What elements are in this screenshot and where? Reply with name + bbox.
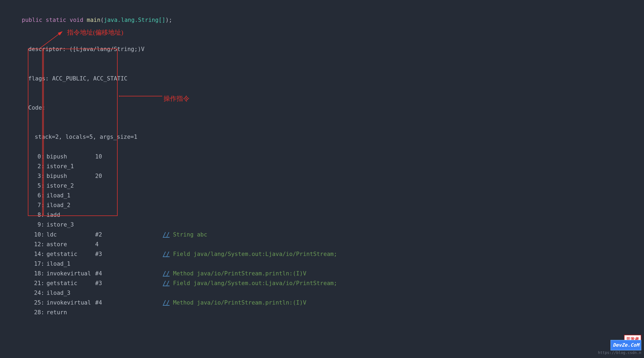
instruction-row: 14:getstatic#3// Field java/lang/System.…: [8, 249, 636, 259]
method-name: main: [87, 17, 101, 23]
offset-value: 7:: [28, 200, 47, 210]
instruction-list: 0:bipush102:istore_13:bipush205:istore_2…: [8, 152, 636, 318]
watermark: https://blog.csdn.n: [598, 349, 641, 356]
argument: 10: [95, 152, 163, 161]
comment: // Method java/io/PrintStream.println:(I…: [163, 269, 306, 278]
offset-value: 8:: [28, 210, 47, 220]
opcode: istore_3: [47, 220, 95, 229]
instruction-row: 28:return: [8, 308, 636, 317]
descriptor-line: descriptor: ([Ljava/lang/String;)V: [8, 35, 636, 64]
instruction-row: 7:iload_2: [8, 200, 636, 210]
offset-value: 18:: [28, 269, 47, 278]
flags-line: flags: ACC_PUBLIC, ACC_STATIC: [8, 64, 636, 93]
argument: #4: [95, 269, 163, 278]
opcode: istore_1: [47, 161, 95, 171]
stack-line: stack=2, locals=5, args_size=1: [8, 122, 636, 151]
argument: 20: [95, 171, 163, 181]
argument: #3: [95, 278, 163, 288]
instruction-row: 0:bipush10: [8, 152, 636, 161]
logo: DevZe.CoM: [610, 340, 641, 350]
code-block: public static void main(java.lang.String…: [8, 5, 636, 318]
offset-value: 12:: [28, 239, 47, 249]
code-label-line: Code:: [8, 93, 636, 122]
offset-value: 24:: [28, 288, 47, 298]
opcode: iload_3: [47, 288, 95, 298]
instruction-row: 17:iload_1: [8, 259, 636, 269]
offset-value: 5:: [28, 181, 47, 191]
comment: // Field java/lang/System.out:Ljava/io/P…: [163, 278, 337, 288]
offset-value: 21:: [28, 278, 47, 288]
opcode: astore: [47, 239, 95, 249]
instruction-row: 25:invokevirtual#4// Method java/io/Prin…: [8, 298, 636, 308]
opcode: iload_2: [47, 200, 95, 210]
opcode: istore_2: [47, 181, 95, 191]
param-type: java.lang.String[]: [104, 17, 165, 23]
offset-value: 25:: [28, 298, 47, 308]
instruction-row: 24:iload_3: [8, 288, 636, 298]
opcode: invokevirtual: [47, 269, 95, 278]
offset-value: 14:: [28, 249, 47, 259]
opcode: iadd: [47, 210, 95, 220]
opcode: getstatic: [47, 278, 95, 288]
keyword-modifiers: public static void: [22, 17, 84, 23]
instruction-row: 18:invokevirtual#4// Method java/io/Prin…: [8, 269, 636, 278]
offset-value: 6:: [28, 191, 47, 200]
offset-value: 2:: [28, 161, 47, 171]
opcode: return: [47, 308, 95, 317]
argument: #3: [95, 249, 163, 259]
opcode: bipush: [47, 152, 95, 161]
method-signature: public static void main(java.lang.String…: [8, 5, 636, 35]
argument: #2: [95, 230, 163, 239]
instruction-row: 9:istore_3: [8, 220, 636, 229]
opcode: ldc: [47, 230, 95, 239]
instruction-row: 21:getstatic#3// Field java/lang/System.…: [8, 278, 636, 288]
instruction-row: 10:ldc#2// String abc: [8, 230, 636, 239]
argument: 4: [95, 239, 163, 249]
instruction-row: 3:bipush20: [8, 171, 636, 181]
offset-value: 0:: [28, 152, 47, 161]
opcode: bipush: [47, 171, 95, 181]
argument: #4: [95, 298, 163, 308]
opcode: invokevirtual: [47, 298, 95, 308]
instruction-row: 8:iadd: [8, 210, 636, 220]
instruction-row: 6:iload_1: [8, 191, 636, 200]
offset-value: 9:: [28, 220, 47, 229]
offset-value: 3:: [28, 171, 47, 181]
comment: // Method java/io/PrintStream.println:(I…: [163, 298, 306, 308]
opcode: iload_1: [47, 259, 95, 269]
instruction-row: 5:istore_2: [8, 181, 636, 191]
instruction-row: 2:istore_1: [8, 161, 636, 171]
opcode: iload_1: [47, 191, 95, 200]
comment: // Field java/lang/System.out:Ljava/io/P…: [163, 249, 337, 259]
instruction-row: 12:astore4: [8, 239, 636, 249]
offset-value: 28:: [28, 308, 47, 317]
comment: // String abc: [163, 230, 207, 239]
opcode: getstatic: [47, 249, 95, 259]
offset-value: 17:: [28, 259, 47, 269]
offset-value: 10:: [28, 230, 47, 239]
